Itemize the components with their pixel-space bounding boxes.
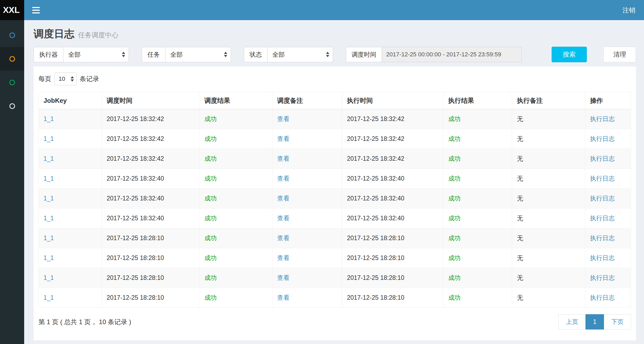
handle-result: 成功 [448,235,461,241]
exec-log-link[interactable]: 执行日志 [590,175,615,182]
jobkey-link-cell: 1_1 [39,268,102,288]
exec-log-link[interactable]: 执行日志 [590,235,615,241]
trigger-msg-link-cell: 查看 [272,129,342,149]
sidebar-item-1[interactable] [0,23,24,47]
handle-msg: 无 [517,195,523,202]
prev-page-button[interactable]: 上页 [558,314,586,330]
exec-log-link[interactable]: 执行日志 [590,215,615,222]
handle-msg-cell: 无 [512,288,585,308]
exec-log-link[interactable]: 执行日志 [590,135,615,142]
trigger-result: 成功 [204,254,217,261]
handle-result: 成功 [448,175,461,182]
jobkey-link[interactable]: 1_1 [44,294,54,301]
handle-result-cell: 成功 [443,208,512,228]
search-button[interactable]: 搜索 [552,47,587,62]
trigger-result: 成功 [204,274,217,281]
exec-log-link[interactable]: 执行日志 [590,294,615,301]
column-header: JobKey [39,92,102,109]
trigger-result: 成功 [204,135,217,142]
jobkey-link-cell: 1_1 [39,228,102,248]
jobkey-link[interactable]: 1_1 [44,274,54,281]
exec-log-link-cell: 执行日志 [585,169,631,189]
circle-icon [9,103,15,109]
jobkey-link-cell: 1_1 [39,129,102,149]
handle-msg: 无 [517,155,523,162]
trigger-msg-link[interactable]: 查看 [277,294,290,301]
handle-result: 成功 [448,135,461,142]
handle-msg-cell: 无 [512,248,585,268]
exec-log-link[interactable]: 执行日志 [590,254,615,261]
jobkey-link[interactable]: 1_1 [44,135,54,142]
handle-result-cell: 成功 [443,169,512,189]
trigger-msg-link[interactable]: 查看 [277,195,290,202]
handle-result: 成功 [448,155,461,162]
sidebar-item-2[interactable] [0,47,24,71]
exec-log-link[interactable]: 执行日志 [590,155,615,162]
trigger-msg-link[interactable]: 查看 [277,155,290,162]
main-content: 调度日志 任务调度中心 执行器 全部 任务 全部 状态 [24,20,644,340]
handle-time: 2017-12-25 18:28:10 [347,274,404,281]
trigger-msg-link[interactable]: 查看 [277,135,290,142]
status-filter-select[interactable]: 全部 [267,47,333,62]
handle-msg: 无 [517,135,523,142]
sidebar-item-4[interactable] [0,94,24,118]
jobkey-link[interactable]: 1_1 [44,254,54,261]
navbar-main: 注销 [24,0,644,20]
trigger-msg-link[interactable]: 查看 [277,235,290,241]
trigger-time: 2017-12-25 18:32:40 [107,195,164,202]
trigger-msg-link[interactable]: 查看 [277,254,290,261]
trigger-time: 2017-12-25 18:28:10 [107,274,164,281]
jobkey-link[interactable]: 1_1 [44,175,54,182]
trigger-result: 成功 [204,294,217,301]
jobkey-link[interactable]: 1_1 [44,235,54,241]
handle-time-cell: 2017-12-25 18:32:42 [342,109,443,129]
handle-time: 2017-12-25 18:28:10 [347,254,404,261]
select-arrows-icon [71,76,74,82]
trigger-time: 2017-12-25 18:32:40 [107,175,164,182]
trigger-time-cell: 2017-12-25 18:32:42 [102,149,200,169]
next-page-button[interactable]: 下页 [604,314,631,330]
app-logo[interactable]: XXL [0,0,24,20]
logout-link[interactable]: 注销 [614,0,644,20]
jobkey-link-cell: 1_1 [39,109,102,129]
trigger-result-cell: 成功 [200,288,272,308]
sidebar-menu [0,20,24,344]
job-filter-select[interactable]: 全部 [165,47,231,62]
trigger-msg-link[interactable]: 查看 [277,215,290,222]
jobkey-link[interactable]: 1_1 [44,195,54,202]
trigger-time-cell: 2017-12-25 18:32:42 [102,109,200,129]
handle-msg-cell: 无 [512,268,585,288]
trigger-time-range-input[interactable] [382,47,522,62]
trigger-msg-link-cell: 查看 [272,268,342,288]
column-header: 执行时间 [342,92,443,109]
table-row: 1_12017-12-25 18:32:40成功查看2017-12-25 18:… [39,208,631,228]
trigger-time-cell: 2017-12-25 18:28:10 [102,268,200,288]
exec-log-link[interactable]: 执行日志 [590,274,615,281]
page-size-select[interactable]: 10 [55,72,77,85]
handle-time: 2017-12-25 18:32:40 [347,195,404,202]
trigger-time: 2017-12-25 18:32:42 [107,115,164,122]
trigger-time-cell: 2017-12-25 18:32:40 [102,169,200,189]
trigger-msg-link[interactable]: 查看 [277,274,290,281]
jobkey-link[interactable]: 1_1 [44,215,54,222]
jobkey-link[interactable]: 1_1 [44,155,54,162]
trigger-msg-link[interactable]: 查看 [277,115,290,122]
sidebar-item-3[interactable] [0,71,24,94]
trigger-msg-link[interactable]: 查看 [277,175,290,182]
exec-log-link[interactable]: 执行日志 [590,115,615,122]
table-row: 1_12017-12-25 18:32:42成功查看2017-12-25 18:… [39,149,631,169]
sidebar-toggle-button[interactable] [24,0,48,20]
handle-result-cell: 成功 [443,149,512,169]
clear-button[interactable]: 清理 [603,47,636,62]
handle-time-cell: 2017-12-25 18:32:40 [342,169,443,189]
jobkey-link[interactable]: 1_1 [44,115,54,122]
job-filter-value: 全部 [170,50,183,59]
executor-filter-select[interactable]: 全部 [63,47,129,62]
exec-log-link-cell: 执行日志 [585,288,631,308]
exec-log-link-cell: 执行日志 [585,109,631,129]
column-header: 调度备注 [272,92,342,109]
handle-result-cell: 成功 [443,268,512,288]
column-header: 执行备注 [512,92,585,109]
page-1-button[interactable]: 1 [585,314,604,330]
exec-log-link[interactable]: 执行日志 [590,195,615,202]
